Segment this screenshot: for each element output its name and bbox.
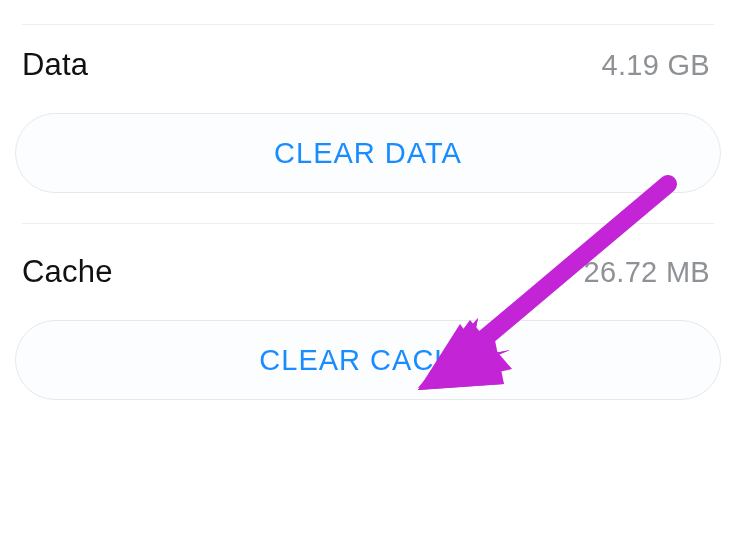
data-row: Data 4.19 GB bbox=[0, 25, 736, 99]
cache-label: Cache bbox=[22, 254, 113, 290]
data-label: Data bbox=[22, 47, 88, 83]
storage-settings-panel: Data 4.19 GB CLEAR DATA Cache 26.72 MB C… bbox=[0, 24, 736, 534]
cache-value: 26.72 MB bbox=[583, 256, 710, 289]
clear-data-button[interactable]: CLEAR DATA bbox=[15, 113, 721, 193]
cache-section: Cache 26.72 MB CLEAR CACHE bbox=[0, 224, 736, 400]
data-section: Data 4.19 GB CLEAR DATA bbox=[0, 25, 736, 193]
clear-cache-button[interactable]: CLEAR CACHE bbox=[15, 320, 721, 400]
cache-row: Cache 26.72 MB bbox=[0, 224, 736, 306]
data-value: 4.19 GB bbox=[602, 49, 711, 82]
